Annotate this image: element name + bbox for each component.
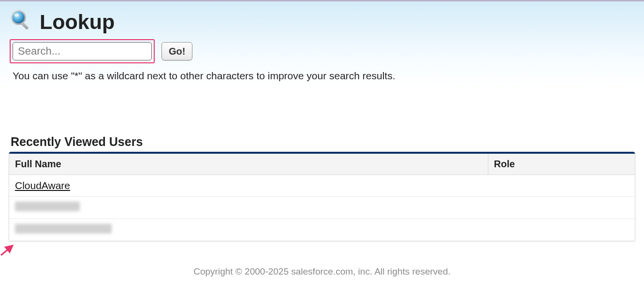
role-cell <box>488 175 635 197</box>
search-highlight-box <box>10 39 155 63</box>
column-header-full-name[interactable]: Full Name <box>9 154 488 175</box>
search-hint-text: You can use "*" as a wildcard next to ot… <box>10 70 634 82</box>
annotation-arrow-icon <box>0 243 17 257</box>
search-row: Go! <box>10 39 634 63</box>
recent-table-body: CloudAware <box>9 175 635 241</box>
role-cell <box>488 219 635 241</box>
recent-table-wrap: Full Name Role CloudAware <box>9 152 635 241</box>
table-row: CloudAware <box>9 175 635 197</box>
go-button[interactable]: Go! <box>161 42 192 60</box>
table-row <box>9 197 635 219</box>
svg-point-1 <box>14 14 19 17</box>
recent-users-table: Full Name Role CloudAware <box>9 154 635 241</box>
redacted-text <box>15 224 112 233</box>
title-row: Lookup <box>10 9 634 32</box>
footer-copyright: Copyright © 2000-2025 salesforce.com, in… <box>0 266 644 277</box>
full-name-cell <box>9 219 488 241</box>
user-link[interactable]: CloudAware <box>15 180 70 191</box>
svg-point-0 <box>12 11 25 24</box>
header-area: Lookup Go! You can use "*" as a wildcard… <box>0 1 644 88</box>
svg-line-4 <box>1 246 13 255</box>
search-input[interactable] <box>13 42 152 60</box>
magnifier-icon <box>10 9 33 32</box>
full-name-cell <box>9 197 488 219</box>
redacted-text <box>15 202 80 211</box>
role-cell <box>488 197 635 219</box>
svg-rect-3 <box>21 22 29 30</box>
page-title: Lookup <box>40 9 115 32</box>
table-row <box>9 219 635 241</box>
full-name-cell[interactable]: CloudAware <box>9 175 488 197</box>
recent-section-title: Recently Viewed Users <box>9 135 635 149</box>
column-header-role[interactable]: Role <box>488 154 635 175</box>
recent-section: Recently Viewed Users Full Name Role Clo… <box>0 135 644 241</box>
